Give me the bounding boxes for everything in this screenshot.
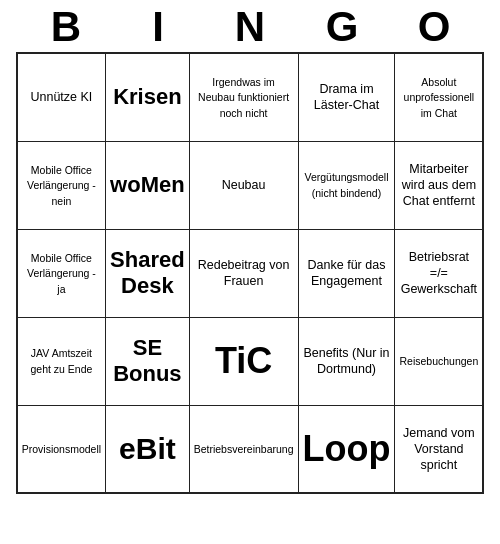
cell-4-0[interactable]: Provisionsmodell <box>17 405 106 493</box>
cell-3-4[interactable]: Reisebuchungen <box>395 317 483 405</box>
cell-0-1[interactable]: Krisen <box>106 53 190 141</box>
letter-n: N <box>210 6 290 48</box>
bingo-title: B I N G O <box>20 0 480 52</box>
cell-2-1[interactable]: Shared Desk <box>106 229 190 317</box>
cell-0-2[interactable]: Irgendwas im Neubau funktioniert noch ni… <box>189 53 298 141</box>
cell-4-2[interactable]: Betriebsvereinbarung <box>189 405 298 493</box>
cell-1-4[interactable]: Mitarbeiter wird aus dem Chat entfernt <box>395 141 483 229</box>
letter-g: G <box>302 6 382 48</box>
letter-b: B <box>26 6 106 48</box>
cell-3-3[interactable]: Benefits (Nur in Dortmund) <box>298 317 395 405</box>
cell-3-2[interactable]: TiC <box>189 317 298 405</box>
cell-4-4[interactable]: Jemand vom Vorstand spricht <box>395 405 483 493</box>
cell-1-0[interactable]: Mobile Office Verlängerung - nein <box>17 141 106 229</box>
cell-2-4[interactable]: Betriebsrat =/= Gewerkschaft <box>395 229 483 317</box>
cell-3-0[interactable]: JAV Amtszeit geht zu Ende <box>17 317 106 405</box>
cell-0-4[interactable]: Absolut unprofessionell im Chat <box>395 53 483 141</box>
cell-0-0[interactable]: Unnütze KI <box>17 53 106 141</box>
letter-o: O <box>394 6 474 48</box>
cell-4-3[interactable]: Loop <box>298 405 395 493</box>
cell-2-2[interactable]: Redebeitrag von Frauen <box>189 229 298 317</box>
cell-2-0[interactable]: Mobile Office Verlängerung - ja <box>17 229 106 317</box>
cell-1-3[interactable]: Vergütungsmodell (nicht bindend) <box>298 141 395 229</box>
cell-4-1[interactable]: eBit <box>106 405 190 493</box>
cell-1-2[interactable]: Neubau <box>189 141 298 229</box>
cell-2-3[interactable]: Danke für das Engagement <box>298 229 395 317</box>
cell-3-1[interactable]: SE Bonus <box>106 317 190 405</box>
letter-i: I <box>118 6 198 48</box>
cell-0-3[interactable]: Drama im Läster-Chat <box>298 53 395 141</box>
cell-1-1[interactable]: woMen <box>106 141 190 229</box>
bingo-grid: Unnütze KIKrisenIrgendwas im Neubau funk… <box>16 52 485 494</box>
